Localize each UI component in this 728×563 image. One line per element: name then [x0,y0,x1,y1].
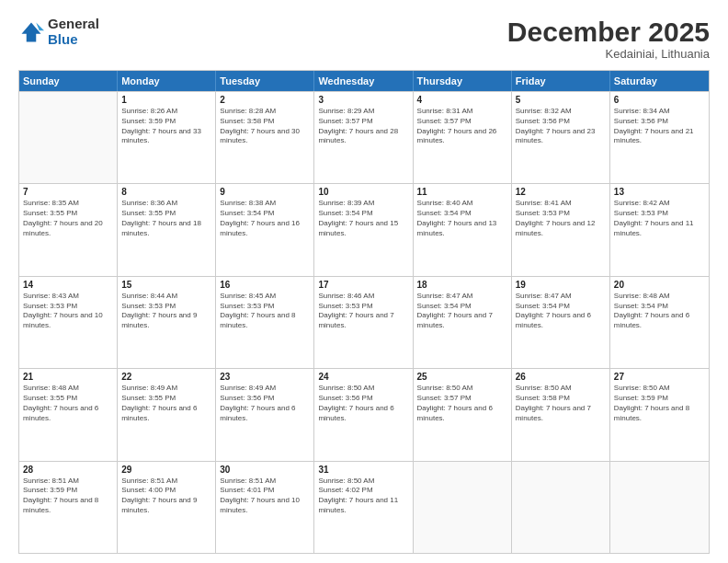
cell-info: Sunrise: 8:44 AMSunset: 3:53 PMDaylight:… [121,292,211,331]
month-title: December 2025 [507,17,710,47]
calendar-body: 1Sunrise: 8:26 AMSunset: 3:59 PMDaylight… [19,91,709,553]
cell-info: Sunrise: 8:28 AMSunset: 3:58 PMDaylight:… [220,107,310,146]
cell-info: Sunrise: 8:43 AMSunset: 3:53 PMDaylight:… [23,292,113,331]
cell-info: Sunrise: 8:45 AMSunset: 3:53 PMDaylight:… [220,292,310,331]
day-number: 14 [23,280,113,290]
day-number: 15 [121,280,211,290]
day-number: 16 [220,280,310,290]
calendar-row: 1Sunrise: 8:26 AMSunset: 3:59 PMDaylight… [19,91,709,183]
day-number: 2 [220,95,310,105]
page: General Blue December 2025 Kedainiai, Li… [0,0,728,563]
cell-info: Sunrise: 8:48 AMSunset: 3:55 PMDaylight:… [23,384,113,423]
calendar-cell [610,462,709,553]
cal-header-day: Tuesday [216,71,314,91]
logo-general: General [48,17,99,32]
location-subtitle: Kedainiai, Lithuania [507,47,710,61]
day-number: 21 [23,372,113,382]
cal-header-day: Friday [512,71,610,91]
day-number: 20 [614,280,705,290]
calendar-cell: 30Sunrise: 8:51 AMSunset: 4:01 PMDayligh… [216,462,314,553]
day-number: 22 [121,372,211,382]
cell-info: Sunrise: 8:26 AMSunset: 3:59 PMDaylight:… [121,107,211,146]
calendar-cell: 28Sunrise: 8:51 AMSunset: 3:59 PMDayligh… [19,462,118,553]
cell-info: Sunrise: 8:41 AMSunset: 3:53 PMDaylight:… [516,199,606,238]
calendar-cell: 4Sunrise: 8:31 AMSunset: 3:57 PMDaylight… [414,92,512,183]
cell-info: Sunrise: 8:50 AMSunset: 3:57 PMDaylight:… [417,384,507,423]
calendar-cell: 31Sunrise: 8:50 AMSunset: 4:02 PMDayligh… [314,462,413,553]
calendar-cell: 29Sunrise: 8:51 AMSunset: 4:00 PMDayligh… [118,462,216,553]
day-number: 5 [516,95,606,105]
calendar-cell: 19Sunrise: 8:47 AMSunset: 3:54 PMDayligh… [512,277,610,368]
calendar-cell: 22Sunrise: 8:49 AMSunset: 3:55 PMDayligh… [118,369,216,460]
day-number: 29 [121,465,211,475]
cell-info: Sunrise: 8:50 AMSunset: 3:58 PMDaylight:… [516,384,606,423]
cell-info: Sunrise: 8:47 AMSunset: 3:54 PMDaylight:… [516,292,606,331]
calendar-cell: 18Sunrise: 8:47 AMSunset: 3:54 PMDayligh… [414,277,512,368]
cal-header-day: Wednesday [314,71,413,91]
day-number: 17 [318,280,408,290]
calendar: SundayMondayTuesdayWednesdayThursdayFrid… [18,70,710,554]
calendar-header: SundayMondayTuesdayWednesdayThursdayFrid… [19,71,709,91]
calendar-cell: 3Sunrise: 8:29 AMSunset: 3:57 PMDaylight… [314,92,413,183]
day-number: 19 [516,280,606,290]
calendar-cell: 14Sunrise: 8:43 AMSunset: 3:53 PMDayligh… [19,277,118,368]
title-area: December 2025 Kedainiai, Lithuania [507,17,710,61]
cal-header-day: Monday [118,71,216,91]
cell-info: Sunrise: 8:38 AMSunset: 3:54 PMDaylight:… [220,199,310,238]
calendar-cell: 16Sunrise: 8:45 AMSunset: 3:53 PMDayligh… [216,277,314,368]
calendar-cell: 8Sunrise: 8:36 AMSunset: 3:55 PMDaylight… [118,184,216,275]
calendar-cell: 23Sunrise: 8:49 AMSunset: 3:56 PMDayligh… [216,369,314,460]
cell-info: Sunrise: 8:50 AMSunset: 3:59 PMDaylight:… [614,384,705,423]
cell-info: Sunrise: 8:36 AMSunset: 3:55 PMDaylight:… [121,199,211,238]
logo-blue: Blue [48,32,99,48]
day-number: 10 [318,187,408,197]
cell-info: Sunrise: 8:34 AMSunset: 3:56 PMDaylight:… [614,107,705,146]
cell-info: Sunrise: 8:51 AMSunset: 4:01 PMDaylight:… [220,477,310,516]
calendar-cell: 20Sunrise: 8:48 AMSunset: 3:54 PMDayligh… [610,277,709,368]
calendar-row: 28Sunrise: 8:51 AMSunset: 3:59 PMDayligh… [19,461,709,553]
day-number: 31 [318,465,408,475]
cal-header-day: Thursday [414,71,512,91]
day-number: 25 [417,372,507,382]
day-number: 6 [614,95,705,105]
cell-info: Sunrise: 8:31 AMSunset: 3:57 PMDaylight:… [417,107,507,146]
cell-info: Sunrise: 8:48 AMSunset: 3:54 PMDaylight:… [614,292,705,331]
cell-info: Sunrise: 8:51 AMSunset: 4:00 PMDaylight:… [121,477,211,516]
logo: General Blue [18,17,99,47]
cal-header-day: Saturday [610,71,709,91]
calendar-cell: 25Sunrise: 8:50 AMSunset: 3:57 PMDayligh… [414,369,512,460]
day-number: 27 [614,372,705,382]
calendar-cell [414,462,512,553]
calendar-cell: 24Sunrise: 8:50 AMSunset: 3:56 PMDayligh… [314,369,413,460]
cell-info: Sunrise: 8:46 AMSunset: 3:53 PMDaylight:… [318,292,408,331]
calendar-cell [19,92,118,183]
day-number: 4 [417,95,507,105]
calendar-cell: 13Sunrise: 8:42 AMSunset: 3:53 PMDayligh… [610,184,709,275]
calendar-cell: 11Sunrise: 8:40 AMSunset: 3:54 PMDayligh… [414,184,512,275]
logo-text: General Blue [48,17,99,47]
day-number: 23 [220,372,310,382]
day-number: 8 [121,187,211,197]
calendar-cell: 1Sunrise: 8:26 AMSunset: 3:59 PMDaylight… [118,92,216,183]
calendar-cell: 9Sunrise: 8:38 AMSunset: 3:54 PMDaylight… [216,184,314,275]
calendar-cell: 12Sunrise: 8:41 AMSunset: 3:53 PMDayligh… [512,184,610,275]
day-number: 9 [220,187,310,197]
logo-icon [18,19,44,45]
svg-marker-1 [36,22,44,30]
day-number: 3 [318,95,408,105]
day-number: 12 [516,187,606,197]
cell-info: Sunrise: 8:42 AMSunset: 3:53 PMDaylight:… [614,199,705,238]
day-number: 18 [417,280,507,290]
calendar-cell: 5Sunrise: 8:32 AMSunset: 3:56 PMDaylight… [512,92,610,183]
cell-info: Sunrise: 8:51 AMSunset: 3:59 PMDaylight:… [23,477,113,516]
calendar-cell: 21Sunrise: 8:48 AMSunset: 3:55 PMDayligh… [19,369,118,460]
day-number: 28 [23,465,113,475]
calendar-row: 14Sunrise: 8:43 AMSunset: 3:53 PMDayligh… [19,276,709,368]
day-number: 1 [121,95,211,105]
cal-header-day: Sunday [19,71,118,91]
calendar-cell: 7Sunrise: 8:35 AMSunset: 3:55 PMDaylight… [19,184,118,275]
cell-info: Sunrise: 8:50 AMSunset: 4:02 PMDaylight:… [318,477,408,516]
calendar-cell [512,462,610,553]
cell-info: Sunrise: 8:40 AMSunset: 3:54 PMDaylight:… [417,199,507,238]
cell-info: Sunrise: 8:35 AMSunset: 3:55 PMDaylight:… [23,199,113,238]
